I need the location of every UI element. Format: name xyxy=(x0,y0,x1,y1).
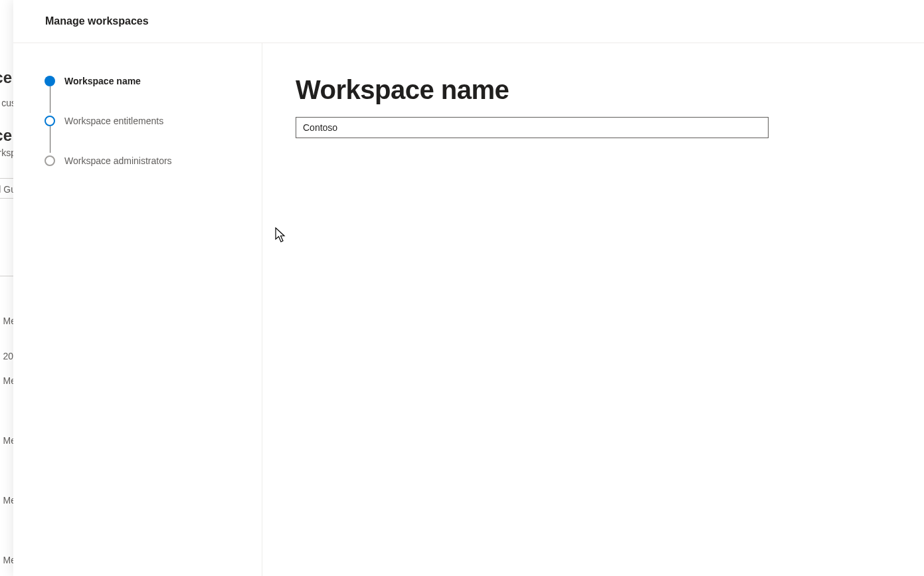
step-workspace-entitlements[interactable]: Workspace entitlements xyxy=(45,113,262,129)
workspace-name-input[interactable] xyxy=(296,117,769,138)
bg-fragment: Me xyxy=(3,375,13,386)
bg-fragment: rksp xyxy=(0,147,13,158)
panel-header: Manage workspaces xyxy=(13,0,924,43)
bg-divider xyxy=(0,178,13,179)
step-workspace-name[interactable]: Workspace name xyxy=(45,73,262,89)
bg-fragment: l Gu xyxy=(0,184,13,195)
step-indicator-upcoming-icon xyxy=(45,155,55,166)
step-connector xyxy=(50,126,50,153)
panel-body: Workspace name Workspace entitlements Wo… xyxy=(13,43,924,576)
bg-fragment: Me xyxy=(3,555,13,565)
step-connector xyxy=(50,86,50,113)
step-label: Workspace entitlements xyxy=(64,116,163,126)
step-workspace-administrators[interactable]: Workspace administrators xyxy=(45,153,262,169)
bg-fragment: Me xyxy=(3,495,13,506)
main-content: Workspace name xyxy=(262,43,924,576)
bg-fragment: cus xyxy=(1,98,13,108)
wizard-step-nav: Workspace name Workspace entitlements Wo… xyxy=(13,43,262,576)
page-title: Workspace name xyxy=(296,75,891,105)
step-indicator-upcoming-icon xyxy=(45,116,55,126)
bg-divider xyxy=(0,276,13,276)
bg-fragment: ce xyxy=(0,126,12,145)
bg-fragment: Me xyxy=(3,435,13,446)
bg-fragment: 20 xyxy=(3,351,13,361)
bg-divider xyxy=(0,198,13,199)
step-label: Workspace administrators xyxy=(64,155,172,166)
background-underlay: ce cus ce rksp l Gu Me 20 Me Me Me Me xyxy=(0,0,13,576)
step-indicator-active-icon xyxy=(45,76,55,86)
panel-title: Manage workspaces xyxy=(45,15,149,27)
bg-fragment: ce xyxy=(0,68,12,87)
bg-fragment: Me xyxy=(3,316,13,326)
step-label: Workspace name xyxy=(64,76,141,86)
manage-workspaces-panel: Manage workspaces Workspace name Workspa… xyxy=(13,0,924,576)
